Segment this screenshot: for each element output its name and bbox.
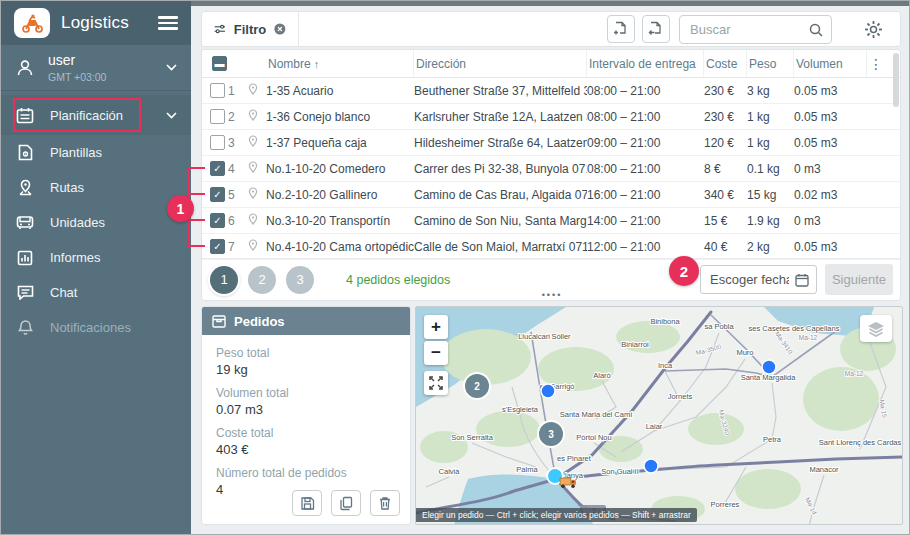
summary-field: Coste total 403 € bbox=[216, 426, 396, 457]
column-header-coste[interactable]: Coste bbox=[704, 50, 747, 77]
summary-field-value: 403 € bbox=[216, 442, 396, 457]
column-header-intervalo[interactable]: Intervalo de entrega bbox=[587, 50, 704, 77]
chevron-down-icon bbox=[166, 64, 177, 71]
table-row[interactable]: ✓ 6 No.3-10-20 Transportín Camino de Son… bbox=[202, 208, 900, 234]
calendar-icon[interactable] bbox=[795, 273, 809, 287]
page-button-3[interactable]: 3 bbox=[286, 266, 314, 294]
clear-filter-icon[interactable] bbox=[274, 21, 286, 37]
map-order-marker[interactable] bbox=[762, 360, 776, 374]
row-address: Hildesheimer Straße 64, Laatzen 30… bbox=[414, 136, 587, 150]
column-header-peso[interactable]: Peso bbox=[747, 50, 794, 77]
map-place-label: Santa Maria del Camí bbox=[560, 410, 633, 419]
map-road-label: Ma-15 bbox=[878, 399, 888, 419]
map-canvas[interactable]: LlucalcariSóllerBinibonaBiniarroisa Pobl… bbox=[416, 307, 903, 525]
user-section[interactable]: user GMT +03:00 bbox=[1, 45, 191, 91]
summary-field-value: 19 kg bbox=[216, 362, 396, 377]
column-header-volumen[interactable]: Volumen bbox=[794, 50, 867, 77]
row-address: Carrer des Pi 32-38, Bunyola 07110,… bbox=[414, 162, 587, 176]
select-all-checkbox[interactable]: ▬ bbox=[212, 56, 227, 71]
sidebar-nav: Planificación Plantillas Rutas Unidades … bbox=[1, 95, 191, 345]
row-interval: 16:00 – 21:00 bbox=[587, 188, 704, 202]
pane-splitter-handle[interactable]: •••• bbox=[537, 290, 567, 300]
sidebar-item-planificacion[interactable]: Planificación bbox=[1, 95, 191, 135]
column-header-direccion[interactable]: Dirección bbox=[414, 50, 587, 77]
table-row[interactable]: ✓ 5 No.2-10-20 Gallinero Camino de Cas B… bbox=[202, 182, 900, 208]
sidebar-item-label: Planificación bbox=[50, 108, 123, 123]
summary-field: Peso total 19 kg bbox=[216, 346, 396, 377]
row-checkbox[interactable]: ✓ bbox=[210, 239, 225, 254]
table-scrollbar[interactable] bbox=[893, 53, 899, 107]
annotation-tick-row5 bbox=[189, 193, 205, 195]
map-place-label: Petra bbox=[763, 435, 782, 444]
sidebar-item-label: Chat bbox=[50, 285, 77, 300]
sidebar-item-notificaciones[interactable]: Notificaciones bbox=[1, 310, 191, 345]
row-number: 2 bbox=[228, 110, 248, 124]
row-checkbox[interactable] bbox=[210, 83, 225, 98]
row-volume: 0.05 m3 bbox=[794, 110, 867, 124]
search-icon[interactable] bbox=[809, 23, 823, 37]
row-volume: 0 m3 bbox=[794, 214, 867, 228]
trash-icon bbox=[378, 496, 392, 511]
map-place-label: Sóller bbox=[551, 332, 571, 341]
map-road-label: Ma-3500 bbox=[695, 343, 722, 357]
table-row[interactable]: ✓ 4 No.1-10-20 Comedero Carrer des Pi 32… bbox=[202, 156, 900, 182]
export-orders-button[interactable] bbox=[642, 15, 670, 43]
sidebar-item-unidades[interactable]: Unidades bbox=[1, 205, 191, 240]
filter-section[interactable]: Filtro bbox=[202, 12, 299, 46]
sidebar-item-label: Notificaciones bbox=[50, 320, 131, 335]
summary-header[interactable]: Pedidos bbox=[202, 307, 410, 335]
row-checkbox[interactable] bbox=[210, 109, 225, 124]
map-layers-button[interactable] bbox=[860, 315, 892, 342]
table-row[interactable]: 2 1-36 Conejo blanco Karlsruher Straße 1… bbox=[202, 104, 900, 130]
column-header-nombre[interactable]: Nombre↑ bbox=[266, 50, 414, 77]
row-interval: 08:00 – 21:00 bbox=[587, 110, 704, 124]
sidebar-item-plantillas[interactable]: Plantillas bbox=[1, 135, 191, 170]
sort-asc-icon: ↑ bbox=[314, 58, 320, 70]
page-button-1[interactable]: 1 bbox=[210, 266, 238, 294]
search-box bbox=[679, 15, 832, 44]
map-zoom-out-button[interactable]: − bbox=[424, 341, 448, 365]
sidebar-item-chat[interactable]: Chat bbox=[1, 275, 191, 310]
map-order-marker[interactable] bbox=[644, 459, 658, 473]
summary-title: Pedidos bbox=[234, 314, 285, 329]
map-place-label: Palma bbox=[516, 465, 538, 474]
table-row[interactable]: 3 1-37 Pequeña caja Hildesheimer Straße … bbox=[202, 130, 900, 156]
map-road-label: Ma-12 bbox=[799, 334, 818, 341]
summary-field-label: Coste total bbox=[216, 426, 396, 440]
annotation-tick-row6 bbox=[189, 219, 205, 221]
save-selection-button[interactable] bbox=[292, 490, 322, 516]
row-checkbox[interactable]: ✓ bbox=[210, 161, 225, 176]
pin-icon bbox=[248, 83, 258, 95]
map-order-marker[interactable] bbox=[541, 384, 555, 398]
delete-selection-button[interactable] bbox=[370, 490, 400, 516]
row-checkbox[interactable]: ✓ bbox=[210, 187, 225, 202]
table-row[interactable]: 1 1-35 Acuario Beuthener Straße 37, Mitt… bbox=[202, 78, 900, 104]
copy-icon bbox=[339, 496, 354, 511]
map-zoom-in-button[interactable]: + bbox=[424, 315, 448, 339]
row-weight: 2 kg bbox=[747, 240, 794, 254]
row-number: 6 bbox=[228, 214, 248, 228]
template-icon bbox=[15, 144, 35, 161]
sidebar-item-rutas[interactable]: Rutas bbox=[1, 170, 191, 205]
import-orders-button[interactable] bbox=[607, 15, 635, 43]
map-hint-text: Elegir un pedido — Ctrl + click; elegir … bbox=[416, 508, 697, 522]
row-checkbox[interactable]: ✓ bbox=[210, 213, 225, 228]
date-picker bbox=[700, 265, 817, 294]
map-place-label: Manacor bbox=[809, 465, 839, 474]
map-panel[interactable]: LlucalcariSóllerBinibonaBiniarroisa Pobl… bbox=[415, 306, 903, 525]
search-input[interactable] bbox=[688, 21, 803, 38]
app-logo bbox=[14, 8, 50, 38]
page-button-2[interactable]: 2 bbox=[248, 266, 276, 294]
map-fullscreen-button[interactable] bbox=[424, 371, 448, 395]
settings-gear-icon[interactable] bbox=[864, 20, 883, 43]
pin-icon bbox=[248, 213, 258, 225]
copy-selection-button[interactable] bbox=[331, 490, 361, 516]
date-input[interactable] bbox=[708, 271, 791, 288]
chevron-down-icon bbox=[166, 112, 177, 119]
row-checkbox[interactable] bbox=[210, 135, 225, 150]
row-volume: 0.05 m3 bbox=[794, 240, 867, 254]
menu-toggle-icon[interactable] bbox=[158, 16, 178, 30]
table-row[interactable]: ✓ 7 No.4-10-20 Cama ortopédica Calle de … bbox=[202, 234, 900, 260]
sidebar-item-informes[interactable]: Informes bbox=[1, 240, 191, 275]
next-button[interactable]: Siguiente bbox=[825, 264, 893, 295]
